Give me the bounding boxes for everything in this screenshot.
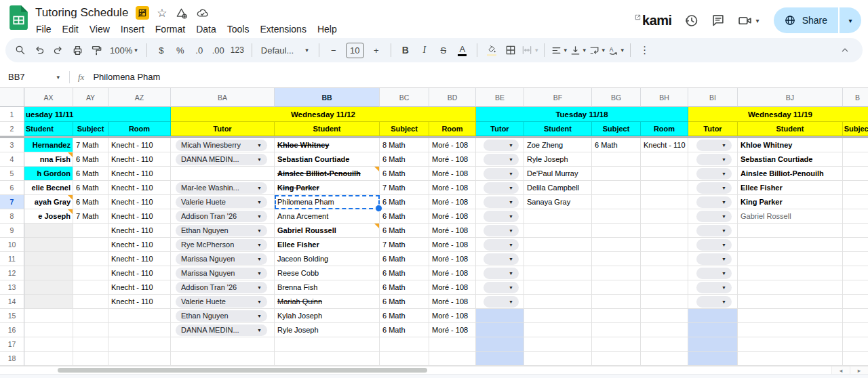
cell-AY14[interactable] (73, 295, 108, 309)
currency-format-button[interactable]: $ (152, 41, 171, 60)
print-icon[interactable] (68, 41, 87, 60)
cell-BF11[interactable] (524, 252, 592, 266)
row-header-18[interactable]: 18 (0, 352, 24, 366)
cell-AX7[interactable]: ayah Gray (24, 195, 73, 209)
cell-BA17[interactable] (171, 337, 275, 352)
dropdown-chip[interactable]: DANNA MEDIN...▼ (176, 324, 267, 336)
cell-AZ13[interactable]: Knecht - 110 (108, 280, 171, 295)
scroll-left-icon[interactable]: ◂ (831, 366, 850, 374)
cell-BJ5[interactable]: Ainslee Billiot-Penouilh (738, 167, 843, 181)
cell-BB16[interactable]: Ryle Joseph (275, 323, 380, 337)
cell-AY10[interactable] (73, 238, 108, 252)
cell-BB14[interactable]: Mariah Quinn (275, 295, 380, 309)
add-shortcut-to-drive-icon[interactable] (175, 7, 188, 20)
cell-BF15[interactable] (524, 309, 592, 323)
cell-BA8[interactable]: Addison Tran '26▼ (171, 209, 275, 224)
cell-AZ16[interactable] (108, 323, 171, 337)
menu-tools[interactable]: Tools (222, 22, 255, 36)
cell-BB17[interactable] (275, 337, 380, 352)
day-header[interactable]: Tuesday 11/18 (476, 107, 688, 122)
cell-BI10[interactable]: ▼ (688, 238, 738, 252)
cell-BA5[interactable] (171, 167, 275, 181)
cell-BB3[interactable]: Khloe Whitney (275, 138, 380, 152)
cell-BE3[interactable]: ▼ (476, 138, 524, 152)
field-header-BD[interactable]: Room (429, 122, 476, 136)
dropdown-chip[interactable]: ▼ (484, 253, 519, 265)
cell-B17[interactable] (843, 337, 868, 352)
cell-BJ10[interactable] (738, 238, 843, 252)
row-header-16[interactable]: 16 (0, 323, 24, 337)
cell-BE7[interactable]: ▼ (476, 195, 524, 209)
dropdown-chip[interactable]: ▼ (696, 168, 732, 180)
selected-cell-BB7[interactable]: Philomena Pham (275, 195, 380, 209)
font-family-select[interactable]: Defaul... ▾ (257, 45, 314, 56)
cell-BG10[interactable] (592, 238, 641, 252)
cell-AY7[interactable]: 6 Math (73, 195, 108, 209)
cell-BC7[interactable]: 6 Math (380, 195, 429, 209)
day-header[interactable]: Wednesday 11/12 (171, 107, 476, 122)
cell-BG4[interactable] (592, 152, 641, 167)
cell-BH10[interactable] (641, 238, 688, 252)
kami-button[interactable]: kami (634, 12, 672, 28)
dropdown-chip[interactable]: ▼ (696, 225, 732, 236)
dropdown-chip[interactable]: Addison Tran '26▼ (176, 211, 267, 222)
cell-AY4[interactable]: 6 Math (73, 152, 108, 167)
row-header-9[interactable]: 9 (0, 224, 24, 238)
cell-BJ17[interactable] (738, 337, 843, 352)
cell-BA11[interactable]: Marissa Nguyen▼ (171, 252, 275, 266)
cell-AY3[interactable]: 7 Math (73, 138, 108, 152)
cell-AX5[interactable]: h Gordon (24, 167, 73, 181)
cell-BI18[interactable] (688, 352, 738, 366)
field-header-AZ[interactable]: Room (108, 122, 171, 136)
bold-button[interactable]: B (396, 41, 415, 60)
italic-button[interactable]: I (415, 41, 434, 60)
cell-BI12[interactable]: ▼ (688, 266, 738, 280)
name-box[interactable]: BB7 ▾ (8, 72, 60, 82)
cell-AZ6[interactable]: Knecht - 110 (108, 181, 171, 195)
cell-BH4[interactable] (641, 152, 688, 167)
column-header-BH[interactable]: BH (641, 88, 688, 107)
day-header[interactable]: uesday 11/11 (24, 107, 171, 122)
strikethrough-button[interactable]: S (434, 41, 453, 60)
cell-BC15[interactable]: 6 Math (380, 309, 429, 323)
cell-BC9[interactable]: 6 Math (380, 224, 429, 238)
cell-BA3[interactable]: Micah Winesberry▼ (171, 138, 275, 152)
cell-BJ14[interactable] (738, 295, 843, 309)
cell-BG6[interactable] (592, 181, 641, 195)
cell-BB5[interactable]: Ainslee Billiot-Penouilh (275, 167, 380, 181)
cell-BA15[interactable]: Ethan Nguyen▼ (171, 309, 275, 323)
cell-BF10[interactable] (524, 238, 592, 252)
cell-BA9[interactable]: Ethan Nguyen▼ (171, 224, 275, 238)
column-header-BA[interactable]: BA (171, 88, 275, 107)
cell-AY6[interactable]: 6 Math (73, 181, 108, 195)
cell-BG18[interactable] (592, 352, 641, 366)
column-header-BB[interactable]: BB (275, 88, 380, 107)
cell-BF14[interactable] (524, 295, 592, 309)
cell-AZ8[interactable]: Knecht - 110 (108, 209, 171, 224)
cell-BI8[interactable]: ▼ (688, 209, 738, 224)
star-icon[interactable]: ☆ (157, 7, 167, 19)
cell-BA14[interactable]: Valerie Huete▼ (171, 295, 275, 309)
cell-BC14[interactable]: 6 Math (380, 295, 429, 309)
dropdown-chip[interactable]: ▼ (484, 196, 519, 208)
cell-BJ12[interactable] (738, 266, 843, 280)
cell-BH15[interactable] (641, 309, 688, 323)
cell-AX8[interactable]: e Joseph (24, 209, 73, 224)
doc-title[interactable]: Tutoring Schedule (35, 6, 128, 20)
scroll-right-icon[interactable]: ▸ (850, 366, 868, 374)
cell-BH7[interactable] (641, 195, 688, 209)
cell-BJ3[interactable]: Khloe Whitney (738, 138, 843, 152)
cell-BE4[interactable]: ▼ (476, 152, 524, 167)
cell-BE16[interactable] (476, 323, 524, 337)
cell-BI13[interactable]: ▼ (688, 280, 738, 295)
column-header-BD[interactable]: BD (429, 88, 476, 107)
cell-BA12[interactable]: Marissa Nguyen▼ (171, 266, 275, 280)
day-header[interactable]: Wednesday 11/19 (688, 107, 868, 122)
menu-extensions[interactable]: Extensions (254, 22, 311, 36)
cell-B14[interactable] (843, 295, 868, 309)
cell-BC6[interactable]: 7 Math (380, 181, 429, 195)
cell-BA7[interactable]: Valerie Huete▼ (171, 195, 275, 209)
cell-BD6[interactable]: Moré - 108 (429, 181, 476, 195)
cell-BD8[interactable]: Moré - 108 (429, 209, 476, 224)
cell-BD10[interactable]: Moré - 108 (429, 238, 476, 252)
